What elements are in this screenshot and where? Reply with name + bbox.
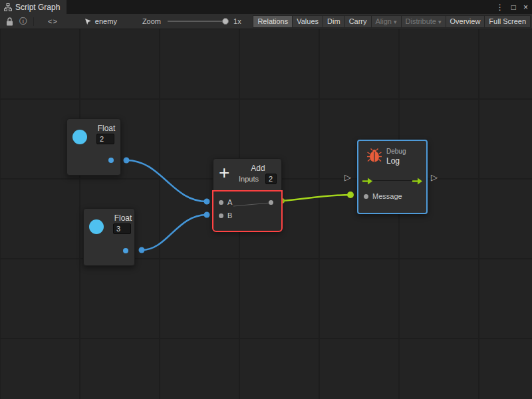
flow-exit-triangle-icon[interactable]: ▷ xyxy=(431,173,438,182)
tab-title: Script Graph xyxy=(15,3,60,12)
output-port[interactable] xyxy=(108,158,114,163)
float-node-1[interactable]: Float 2 xyxy=(66,118,121,176)
close-button[interactable]: × xyxy=(523,3,528,12)
dim-button[interactable]: Dim xyxy=(323,15,344,28)
overview-button[interactable]: Overview xyxy=(446,15,485,28)
align-dropdown[interactable]: Align▾ xyxy=(371,15,401,28)
add-node[interactable]: + Add Inputs 2 A B xyxy=(213,158,282,231)
relations-button[interactable]: Relations xyxy=(253,15,292,28)
wire-endpoint[interactable] xyxy=(204,199,210,205)
lock-icon[interactable] xyxy=(4,15,15,27)
flow-output-port[interactable] xyxy=(412,176,423,188)
values-button[interactable]: Values xyxy=(292,15,323,28)
distribute-label: Distribute xyxy=(406,17,436,25)
float-value-field[interactable]: 2 xyxy=(96,134,114,144)
chevron-down-icon: ▾ xyxy=(394,19,397,25)
titlebar: Script Graph ⋮ □ × xyxy=(0,0,532,14)
code-view-toggle-icon[interactable]: <> xyxy=(48,17,58,25)
wire-endpoint[interactable] xyxy=(124,158,130,164)
bug-icon xyxy=(366,148,382,166)
output-port[interactable] xyxy=(123,248,128,253)
distribute-dropdown[interactable]: Distribute▾ xyxy=(401,15,446,28)
toolbar-divider xyxy=(33,17,34,26)
wire-endpoint[interactable] xyxy=(347,192,354,198)
message-input-port[interactable] xyxy=(364,194,368,199)
flow-link-line xyxy=(373,180,413,181)
node-title: Float xyxy=(94,124,119,133)
node-title: Add xyxy=(237,164,279,173)
carry-button[interactable]: Carry xyxy=(344,15,371,28)
zoom-label: Zoom xyxy=(142,17,161,25)
port-b-label: B xyxy=(227,211,232,219)
window-menu-button[interactable]: ⋮ xyxy=(496,3,504,12)
zoom-slider-handle[interactable] xyxy=(222,18,229,25)
add-node-header: + Add Inputs 2 xyxy=(213,159,281,192)
zoom-value: 1x xyxy=(233,17,241,25)
port-link-line xyxy=(233,203,270,206)
graph-icon xyxy=(4,3,12,11)
graph-canvas[interactable]: Float 2 Float 3 + Add Inputs 2 xyxy=(0,29,532,399)
inputs-count-field[interactable]: 2 xyxy=(265,174,277,184)
message-label: Message xyxy=(372,192,402,200)
unity-script-graph-window: Script Graph ⋮ □ × ⓘ <> enemy Zoom xyxy=(0,0,532,399)
tab-script-graph[interactable]: Script Graph xyxy=(0,0,66,14)
plus-icon: + xyxy=(219,164,229,182)
input-port-b[interactable] xyxy=(219,213,223,218)
wire-add-to-message[interactable] xyxy=(282,195,350,201)
chevron-down-icon: ▾ xyxy=(438,19,442,25)
debug-log-node-selected[interactable]: Debug Log Message xyxy=(357,140,428,214)
toolbar-button-group: Relations Values Dim Carry Align▾ Distri… xyxy=(253,15,531,28)
zoom-slider-track[interactable] xyxy=(168,21,229,22)
node-category: Debug xyxy=(386,148,406,155)
graph-breadcrumb[interactable]: enemy xyxy=(84,17,117,25)
flow-input-port[interactable] xyxy=(362,176,373,188)
flow-entry-triangle-icon[interactable]: ▷ xyxy=(344,173,351,182)
input-port-a[interactable] xyxy=(219,200,223,205)
zoom-slider[interactable] xyxy=(168,17,229,25)
wire-endpoint[interactable] xyxy=(139,247,145,253)
cursor-icon xyxy=(84,18,92,25)
float-value-field[interactable]: 3 xyxy=(113,223,131,234)
graph-name: enemy xyxy=(95,17,117,25)
node-title: Float xyxy=(110,213,136,223)
window-controls: ⋮ □ × xyxy=(496,0,528,14)
add-node-ports-selected[interactable]: A B xyxy=(213,192,281,231)
float-type-icon xyxy=(89,219,104,234)
info-icon[interactable]: ⓘ xyxy=(18,15,29,27)
wire-endpoint[interactable] xyxy=(204,212,210,218)
wire-float1-to-input-a[interactable] xyxy=(126,160,207,201)
inputs-label: Inputs xyxy=(239,175,259,183)
graph-toolbar: ⓘ <> enemy Zoom 1x Relations Values Dim … xyxy=(0,14,532,29)
float-type-icon xyxy=(72,130,87,144)
maximize-button[interactable]: □ xyxy=(511,3,516,12)
float-node-2[interactable]: Float 3 xyxy=(83,208,135,266)
node-title: Log xyxy=(386,156,400,166)
wire-float2-to-input-b[interactable] xyxy=(142,215,207,250)
align-label: Align xyxy=(376,17,392,25)
output-port[interactable] xyxy=(269,200,273,205)
full-screen-button[interactable]: Full Screen xyxy=(484,15,531,28)
port-a-label: A xyxy=(227,198,232,206)
